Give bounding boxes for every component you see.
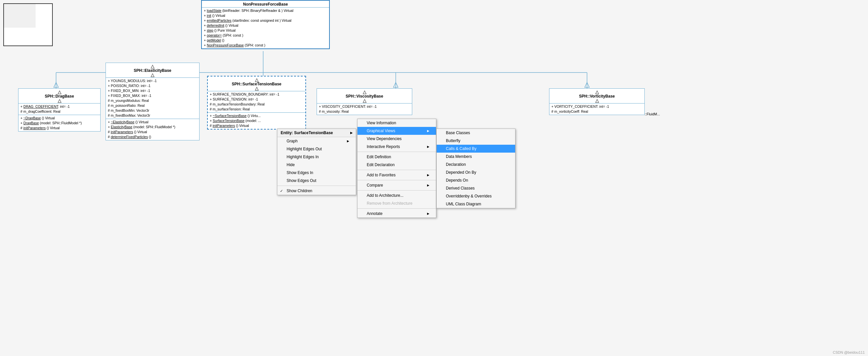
class-header: △ SPH::DragBase △ [19,89,100,103]
menu-item-hide[interactable]: Hide [277,161,356,169]
partial-text-right: ::FluidM... [645,112,660,116]
class-public-members: + YOUNGS_MODULUS: int= -1 + POISSON_RATI… [106,78,199,119]
separator [358,180,436,180]
class-non-pressure-force-base[interactable]: NonPressureForceBase + loadState (binRea… [201,0,330,49]
menu-item-calls-called-by[interactable]: Calls & Called By [437,145,515,153]
menu-item-show-edges-out[interactable]: Show Edges Out [277,177,356,185]
menu-item-declaration[interactable]: Declaration [437,161,515,168]
menu-item-compare[interactable]: Compare [358,181,436,189]
menu-item-highlight-edges-out[interactable]: Highlight Edges Out [277,145,356,153]
svg-marker-7 [54,83,58,87]
menu-item-view-dependencies[interactable]: View Dependencies [358,135,436,143]
class-public-members: + SURFACE_TENSION_BOUNDARY: int= -1 + SU… [208,91,305,113]
watermark: CSDN @beidou111 [833,350,865,354]
separator [358,190,436,191]
separator [358,170,436,170]
menu-item-view-information[interactable]: View Information [358,119,436,127]
class-header: NonPressureForceBase [202,1,329,8]
separator [358,208,436,209]
class-private-members: + ~DragBase () Virtual + DragBase (model… [19,115,100,131]
class-header: △ SPH::ElasticityBase △ [106,63,199,78]
class-members: + loadState (binReader: SPH::BinaryFileR… [202,8,329,48]
class-private-members: + ~ElasticityBase () Virtual + Elasticit… [106,119,199,140]
class-header: △ SPH::SurfaceTensionBase △ [208,76,305,91]
menu-item-derived-classes[interactable]: Derived Classes [437,184,515,192]
class-public-members: + VISCOSITY_COEFFICIENT: int= -1 # m_vis… [317,103,412,115]
class-drag-base[interactable]: △ SPH::DragBase △ + DRAG_COEFFICIENT: in… [18,88,101,132]
menu-item-data-members[interactable]: Data Members [437,153,515,161]
menu-item-edit-declaration[interactable]: Edit Declaration [358,161,436,169]
menu-item-butterfly[interactable]: Butterfly [437,137,515,145]
class-header: △ SPH::ViscosityBase △ [317,89,412,103]
menu-item-graph[interactable]: Graph [277,137,356,145]
menu-item-uml-class-diagram[interactable]: UML Class Diagram [437,200,515,208]
menu-item-highlight-edges-in[interactable]: Highlight Edges In [277,153,356,161]
menu-item-edit-definition[interactable]: Edit Definition [358,153,436,161]
menu-item-graphical-views[interactable]: Graphical Views [358,127,436,135]
class-public-members: + DRAG_COEFFICIENT: int= -1 # m_dragCoef… [19,103,100,115]
context-menu-graphical-views[interactable]: Base Classes Butterfly Calls & Called By… [436,129,516,208]
menu-item-remove-from-architecture[interactable]: Remove from Architecture [358,199,436,207]
class-elasticity-base[interactable]: △ SPH::ElasticityBase △ + YOUNGS_MODULUS… [105,63,199,140]
menu-item-base-classes[interactable]: Base Classes [437,129,515,137]
class-header: △ SPH::VorticityBase △ [550,89,644,103]
class-public-members: + VORTICITY_COEFFICIENT: int= -1 # m_vor… [550,103,644,115]
menu-item-depends-on[interactable]: Depends On [437,176,515,184]
menu-item-depended-on-by[interactable]: Depended On By [437,168,515,176]
context-menu-main[interactable]: Entity: SurfaceTensionBase Graph Highlig… [277,129,356,195]
separator [358,152,436,152]
class-private-members: + ~SurfaceTensionBase () Virtu... + Surf… [208,113,305,129]
menu-item-annotate[interactable]: Annotate [358,209,436,218]
svg-marker-11 [585,83,589,87]
thumbnail [3,3,53,46]
menu-item-show-edges-in[interactable]: Show Edges In [277,169,356,177]
class-viscosity-base[interactable]: △ SPH::ViscosityBase △ + VISCOSITY_COEFF… [317,88,412,115]
svg-marker-10 [394,83,398,87]
class-surface-tension-base[interactable]: △ SPH::SurfaceTensionBase △ + SURFACE_TE… [207,76,306,130]
menu-item-add-to-architecture[interactable]: Add to Architecture... [358,192,436,199]
separator [277,186,356,186]
menu-item-interactive-reports[interactable]: Interactive Reports [358,143,436,151]
menu-item-add-to-favorites[interactable]: Add to Favorites [358,171,436,179]
menu-item-overriddenby-overrides[interactable]: Overriddenby & Overrides [437,192,515,200]
diagram-area: NonPressureForceBase + loadState (binRea… [0,0,868,356]
menu-item-show-children[interactable]: Show Children [277,187,356,195]
context-menu-view[interactable]: View Information Graphical Views View De… [357,119,436,218]
class-vorticity-base[interactable]: △ SPH::VorticityBase △ + VORTICITY_COEFF… [549,88,645,115]
entity-header: Entity: SurfaceTensionBase [277,129,356,137]
